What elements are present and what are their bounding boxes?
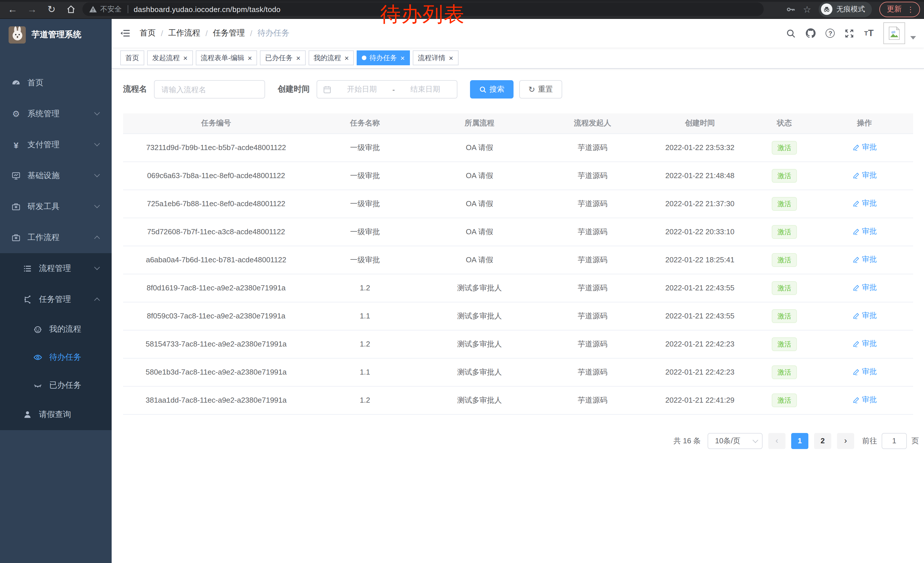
sidebar-item-workflow[interactable]: 工作流程 bbox=[0, 222, 112, 253]
bookmark-star-icon[interactable]: ☆ bbox=[803, 4, 811, 15]
sidebar-item-done-tasks[interactable]: 已办任务 bbox=[0, 371, 112, 399]
browser-menu-kebab-icon[interactable]: ⋮ bbox=[907, 6, 914, 13]
page-size-select[interactable]: 10条/页 bbox=[708, 433, 762, 449]
cell-create-time: 2022-01-22 20:33:10 bbox=[647, 218, 753, 246]
sidebar-item-system[interactable]: ⚙ 系统管理 bbox=[0, 99, 112, 129]
tab-close-icon[interactable]: × bbox=[400, 54, 405, 62]
pagination-total: 共 16 条 bbox=[674, 435, 701, 446]
browser-home-icon[interactable] bbox=[65, 5, 77, 14]
sidebar-item-todo-tasks[interactable]: 待办任务 bbox=[0, 343, 112, 371]
status-badge: 激活 bbox=[772, 225, 797, 239]
cell-task-id: a6aba0a4-7b6d-11ec-b781-acde48001122 bbox=[123, 246, 309, 274]
sidebar-item-label: 任务管理 bbox=[39, 294, 71, 305]
avatar-dropdown-caret-icon[interactable] bbox=[910, 36, 916, 39]
fullscreen-icon[interactable] bbox=[845, 29, 855, 38]
breadcrumb-home[interactable]: 首页 bbox=[140, 28, 156, 38]
user-icon bbox=[23, 410, 32, 419]
approve-label: 审批 bbox=[862, 395, 877, 405]
approve-link[interactable]: 审批 bbox=[852, 142, 877, 153]
browser-back-icon[interactable]: ← bbox=[7, 4, 18, 14]
chevron-down-icon bbox=[94, 110, 100, 116]
cell-create-time: 2022-01-22 21:48:48 bbox=[647, 162, 753, 189]
tab[interactable]: 已办任务 × bbox=[260, 50, 305, 65]
url-text[interactable]: dashboard.yudao.iocoder.cn/bpm/task/todo bbox=[134, 5, 280, 14]
sidebar-item-devtools[interactable]: 研发工具 bbox=[0, 191, 112, 222]
top-navbar: 首页 / 工作流程 / 任务管理 / 待办任务 ? TT bbox=[112, 19, 924, 48]
tab-close-icon[interactable]: × bbox=[183, 54, 188, 62]
sidebar-item-home[interactable]: 首页 bbox=[0, 68, 112, 99]
sidebar-item-payment[interactable]: ¥ 支付管理 bbox=[0, 129, 112, 161]
chevron-up-icon bbox=[94, 236, 100, 242]
status-badge: 激活 bbox=[772, 197, 797, 210]
page-button-1[interactable]: 1 bbox=[791, 433, 808, 449]
browser-forward-icon[interactable]: → bbox=[26, 4, 38, 14]
browser-reload-icon[interactable]: ↻ bbox=[46, 4, 57, 14]
approve-link[interactable]: 审批 bbox=[852, 227, 877, 237]
next-page-button[interactable]: › bbox=[837, 433, 854, 449]
sidebar-item-label: 工作流程 bbox=[27, 233, 60, 243]
tab[interactable]: 流程表单-编辑 × bbox=[195, 50, 257, 65]
briefcase-icon bbox=[12, 233, 21, 242]
cell-starter: 芋道源码 bbox=[538, 302, 647, 330]
breadcrumb-workflow[interactable]: 工作流程 bbox=[168, 28, 200, 38]
sidebar-item-task-mgmt[interactable]: 任务管理 bbox=[0, 284, 112, 315]
table-row: a6aba0a4-7b6d-11ec-b781-acde48001122 一级审… bbox=[123, 246, 913, 274]
table-row: 069c6a63-7b8a-11ec-8ef0-acde48001122 一级审… bbox=[123, 162, 913, 189]
col-starter: 流程发起人 bbox=[538, 113, 647, 134]
sidebar-menu: 首页 ⚙ 系统管理 ¥ 支付管理 基础设施 bbox=[0, 68, 112, 563]
tab-label: 流程表单-编辑 bbox=[201, 53, 244, 63]
approve-link[interactable]: 审批 bbox=[852, 367, 877, 377]
tags-view: 首页 发起流程 × 流程表单-编辑 × 已办任务 × 我的流程 × 待办任务 ×… bbox=[112, 48, 924, 69]
help-icon[interactable]: ? bbox=[826, 29, 835, 38]
font-size-icon[interactable]: TT bbox=[864, 28, 874, 38]
tab-close-icon[interactable]: × bbox=[345, 54, 349, 62]
tab-close-icon[interactable]: × bbox=[296, 54, 300, 62]
date-range-picker[interactable]: 开始日期 - 结束日期 bbox=[316, 80, 458, 99]
page-button-2[interactable]: 2 bbox=[814, 433, 831, 449]
search-button[interactable]: 搜索 bbox=[470, 80, 513, 99]
approve-link[interactable]: 审批 bbox=[852, 395, 877, 405]
browser-update-button[interactable]: 更新 ⋮ bbox=[879, 2, 920, 17]
tab-label: 已办任务 bbox=[265, 53, 292, 63]
password-key-icon[interactable] bbox=[786, 4, 795, 14]
tab[interactable]: 我的流程 × bbox=[309, 50, 354, 65]
breadcrumb-separator: / bbox=[206, 29, 208, 38]
tab[interactable]: 待办任务 × bbox=[357, 50, 410, 65]
eye-closed-icon bbox=[33, 381, 42, 390]
approve-link[interactable]: 审批 bbox=[852, 198, 877, 209]
tab-close-icon[interactable]: × bbox=[449, 54, 453, 62]
prev-page-button[interactable]: ‹ bbox=[768, 433, 786, 449]
approve-label: 审批 bbox=[862, 283, 877, 293]
approve-link[interactable]: 审批 bbox=[852, 283, 877, 293]
sidebar-item-infra[interactable]: 基础设施 bbox=[0, 161, 112, 191]
toolbox-icon bbox=[12, 202, 21, 211]
tab[interactable]: 首页 bbox=[120, 50, 144, 65]
tab[interactable]: 发起流程 × bbox=[147, 50, 193, 65]
sidebar-item-leave-query[interactable]: 请假查询 bbox=[0, 399, 112, 430]
security-label[interactable]: 不安全 bbox=[100, 4, 122, 14]
gear-icon: ⚙ bbox=[12, 110, 21, 119]
reset-button[interactable]: ↻ 重置 bbox=[519, 80, 562, 99]
col-create-time: 创建时间 bbox=[647, 113, 753, 134]
refresh-icon: ↻ bbox=[528, 86, 535, 93]
user-avatar-broken-image[interactable] bbox=[884, 23, 905, 44]
sidebar-item-process-mgmt[interactable]: 流程管理 bbox=[0, 253, 112, 284]
cell-task-id: 73211d9d-7b9b-11ec-b5b7-acde48001122 bbox=[123, 134, 309, 162]
goto-page-input[interactable] bbox=[882, 433, 907, 449]
process-name-input[interactable] bbox=[154, 80, 265, 99]
approve-link[interactable]: 审批 bbox=[852, 339, 877, 349]
end-date-placeholder[interactable]: 结束日期 bbox=[399, 84, 451, 95]
start-date-placeholder[interactable]: 开始日期 bbox=[336, 84, 388, 95]
sidebar-item-my-process[interactable]: 我的流程 bbox=[0, 315, 112, 343]
tab[interactable]: 流程详情 × bbox=[413, 50, 458, 65]
breadcrumb-task-mgmt[interactable]: 任务管理 bbox=[213, 28, 245, 38]
github-icon[interactable] bbox=[806, 28, 816, 38]
tab-close-icon[interactable]: × bbox=[248, 54, 252, 62]
sidebar-collapse-icon[interactable] bbox=[112, 29, 138, 38]
approve-link[interactable]: 审批 bbox=[852, 255, 877, 265]
sidebar-item-label: 研发工具 bbox=[27, 201, 60, 212]
screen: ← → ↻ 不安全 dashboard.yudao.iocoder.cn/bpm… bbox=[0, 0, 924, 563]
approve-link[interactable]: 审批 bbox=[852, 170, 877, 181]
approve-link[interactable]: 审批 bbox=[852, 311, 877, 321]
search-icon[interactable] bbox=[786, 29, 796, 38]
